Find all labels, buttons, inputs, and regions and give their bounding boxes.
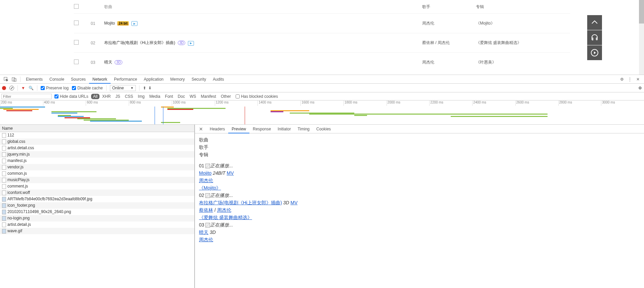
badge-3d: 3D: [115, 60, 122, 65]
chevron-up-icon: [591, 18, 599, 27]
song-number: 01: [91, 21, 104, 26]
song-row[interactable]: 01Mojito 24 bit▶周杰伦《Mojito》: [74, 13, 570, 33]
play-button[interactable]: [587, 45, 602, 60]
badge-3d: 3D: [178, 41, 186, 45]
row-checkbox[interactable]: [74, 40, 79, 45]
float-button-group: [587, 15, 602, 60]
header-album: 专辑: [476, 4, 570, 10]
row-checkbox[interactable]: [74, 20, 79, 25]
music-header-row: 歌曲 歌手 专辑: [74, 0, 570, 13]
song-row[interactable]: 03晴天 3D周杰伦《叶惠美》: [74, 52, 570, 72]
song-title: 布拉格广场(电视剧《Hi上班女郎》插曲): [104, 40, 175, 45]
song-album: 《叶惠美》: [476, 59, 570, 65]
song-row[interactable]: 02布拉格广场(电视剧《Hi上班女郎》插曲) 3D▶蔡依林 / 周杰伦《爱舞炫 …: [74, 33, 570, 52]
song-album: 《爱舞炫 盛装舞曲精选》: [476, 40, 570, 46]
row-checkbox[interactable]: [74, 59, 79, 64]
play-mv-button[interactable]: ▶: [131, 21, 137, 26]
select-all-checkbox[interactable]: [74, 4, 79, 9]
header-title: 歌曲: [104, 4, 422, 10]
play-mv-button[interactable]: ▶: [188, 41, 194, 46]
song-artist: 周杰伦: [422, 20, 476, 26]
headset-icon: [591, 34, 599, 42]
scroll-top-button[interactable]: [587, 15, 602, 30]
song-number: 03: [91, 60, 104, 65]
music-list: 歌曲 歌手 专辑 01Mojito 24 bit▶周杰伦《Mojito》02布拉…: [0, 0, 644, 72]
song-artist: 蔡依林 / 周杰伦: [422, 40, 476, 46]
header-artist: 歌手: [422, 4, 476, 10]
song-title: Mojito: [104, 21, 115, 26]
svg-marker-1: [594, 51, 596, 54]
song-title: 晴天: [104, 60, 112, 65]
badge-24bit: 24 bit: [117, 21, 129, 26]
song-artist: 周杰伦: [422, 59, 476, 65]
song-number: 02: [91, 41, 104, 45]
support-button[interactable]: [587, 30, 602, 45]
song-album: 《Mojito》: [476, 20, 570, 26]
page-scrollbar[interactable]: [639, 0, 644, 72]
play-circle-icon: [591, 49, 599, 57]
